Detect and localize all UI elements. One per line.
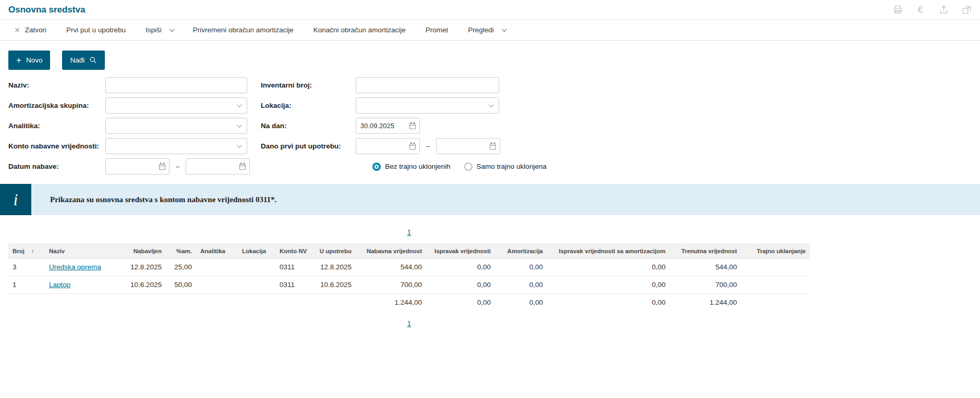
inventarni-broj-label: Inventarni broj: — [261, 81, 356, 89]
table-row: 3 Uredska oprema 12.8.2025 25,00 0311 12… — [8, 258, 810, 276]
column-header-amortizacija[interactable]: Amortizacija — [495, 244, 547, 258]
calendar-icon[interactable] — [490, 144, 496, 150]
cell-ispravak-vrijednosti: 0,00 — [426, 258, 495, 276]
plus-icon: + — [16, 56, 21, 65]
toolbar-close-label: Zatvori — [25, 26, 46, 34]
konto-nabavne-vrijednosti-label: Konto nabavne vrijednosti: — [8, 142, 105, 150]
range-dash: – — [176, 163, 179, 170]
calendar-icon[interactable] — [239, 164, 246, 170]
cell-u-upotrebu: 10.6.2025 — [313, 276, 356, 294]
cell-analitika — [196, 258, 238, 276]
column-header-nabavljen[interactable]: Nabavljen — [123, 244, 166, 258]
analitika-select[interactable] — [105, 118, 247, 134]
print-icon[interactable] — [892, 5, 903, 15]
open-window-icon[interactable] — [961, 5, 972, 15]
amortizacijska-skupina-label: Amortizacijska skupina: — [8, 102, 105, 109]
cell-u-upotrebu: 12.8.2025 — [313, 258, 356, 276]
cell-am: 25,00 — [166, 258, 196, 276]
toolbar-item-konacni-obracun[interactable]: Konačni obračun amortizacije — [304, 26, 416, 34]
chevron-down-icon — [237, 143, 242, 148]
column-header-konto-nv[interactable]: Konto NV — [275, 244, 313, 258]
page-link[interactable]: 1 — [407, 228, 412, 237]
chevron-down-icon — [502, 27, 507, 32]
nadi-button[interactable]: Nađi — [62, 51, 105, 70]
table-row: 1 Laptop 10.6.2025 50,00 0311 10.6.2025 … — [8, 276, 810, 294]
total-ispravak-vrijednosti: 0,00 — [426, 294, 495, 312]
column-header-nabavna-vrijednost[interactable]: Nabavna vrijednost — [356, 244, 426, 258]
pagination-top: 1 — [8, 228, 810, 237]
naziv-input[interactable] — [105, 77, 247, 93]
filter-form: Naziv: Inventarni broj: Amortizacijska s… — [8, 77, 810, 175]
cell-konto-nv: 0311 — [275, 258, 313, 276]
chevron-down-icon — [237, 122, 242, 128]
upload-icon[interactable] — [938, 5, 949, 15]
cell-lokacija — [238, 258, 275, 276]
info-icon: i — [0, 184, 31, 215]
cell-amortizacija: 0,00 — [495, 258, 547, 276]
search-icon — [89, 56, 97, 64]
main-content: + Novo Nađi Naziv: Inventarni broj: Amor… — [8, 51, 810, 175]
inventarni-broj-input[interactable] — [356, 77, 499, 93]
calendar-icon[interactable] — [409, 144, 416, 150]
chevron-down-icon — [237, 102, 242, 107]
pagination-bottom: 1 — [8, 319, 810, 328]
column-header-am[interactable]: %am. — [166, 244, 196, 258]
trajno-radio-group: Bez trajno uklonjenih Samo trajno uklonj… — [372, 163, 547, 171]
cell-trajno-uklanjanje — [741, 258, 810, 276]
cell-ispravak-sa-amortizacijom: 0,00 — [547, 258, 670, 276]
cell-konto-nv: 0311 — [275, 276, 313, 294]
info-text: Prikazana su osnovna sredstva s kontom n… — [31, 184, 276, 215]
cell-trenutna-vrijednost: 544,00 — [670, 258, 741, 276]
euro-icon[interactable]: € — [915, 5, 926, 15]
toolbar-item-pregledi[interactable]: Pregledi — [458, 26, 515, 34]
cell-am: 50,00 — [166, 276, 196, 294]
cell-ispravak-sa-amortizacijom: 0,00 — [547, 276, 670, 294]
datum-nabave-label: Datum nabave: — [8, 163, 105, 170]
toolbar-item-ispisi[interactable]: Ispiši — [136, 26, 183, 34]
toolbar-item-prvi-put-u-upotrebu[interactable]: Prvi put u upotrebu — [56, 26, 136, 34]
column-header-broj[interactable]: Broj↑ — [8, 244, 45, 258]
cell-broj: 3 — [8, 258, 45, 276]
konto-nabavne-vrijednosti-select[interactable] — [105, 138, 247, 154]
asset-link[interactable]: Laptop — [49, 281, 70, 289]
radio-samo-trajno-uklonjena[interactable]: Samo trajno uklonjena — [464, 163, 547, 171]
radio-unchecked-icon — [464, 163, 473, 171]
toolbar-item-promet[interactable]: Promet — [416, 26, 458, 34]
cell-broj: 1 — [8, 276, 45, 294]
radio-bez-trajno-uklonjenih[interactable]: Bez trajno uklonjenih — [372, 163, 450, 171]
novo-button[interactable]: + Novo — [8, 51, 50, 70]
cell-analitika — [196, 276, 238, 294]
lokacija-label: Lokacija: — [261, 102, 356, 109]
cell-nabavljen: 10.6.2025 — [123, 276, 166, 294]
dano-prvi-put-label: Dano prvi put upotrebu: — [261, 142, 356, 150]
cell-trenutna-vrijednost: 700,00 — [670, 276, 741, 294]
column-header-lokacija[interactable]: Lokacija — [238, 244, 275, 258]
column-header-trenutna-vrijednost[interactable]: Trenutna vrijednost — [670, 244, 741, 258]
toolbar-close-button[interactable]: ✕ Zatvori — [4, 26, 56, 34]
header-icons: € — [892, 5, 972, 15]
toolbar-item-privremeni-obracun[interactable]: Privremeni obračun amortizacije — [183, 26, 304, 34]
column-header-naziv[interactable]: Naziv — [45, 244, 123, 258]
column-header-u-upotrebu[interactable]: U upotrebu — [313, 244, 356, 258]
action-row: + Novo Nađi — [8, 51, 810, 70]
close-icon: ✕ — [14, 26, 20, 34]
cell-lokacija — [238, 276, 275, 294]
cell-nabavljen: 12.8.2025 — [123, 258, 166, 276]
asset-link[interactable]: Uredska oprema — [49, 263, 101, 271]
column-header-ispravak-vrijednosti[interactable]: Ispravak vrijednosti — [426, 244, 495, 258]
chevron-down-icon — [170, 27, 175, 32]
calendar-icon[interactable] — [159, 164, 165, 170]
cell-trajno-uklanjanje — [741, 276, 810, 294]
calendar-icon[interactable] — [409, 123, 416, 129]
cell-amortizacija: 0,00 — [495, 276, 547, 294]
sort-asc-icon: ↑ — [31, 248, 34, 254]
column-header-ispravak-sa-amortizacijom[interactable]: Ispravak vrijednosti sa amortizacijom — [547, 244, 670, 258]
column-header-trajno-uklanjanje[interactable]: Trajno uklanjanje — [741, 244, 810, 258]
totals-row: 1.244,00 0,00 0,00 0,00 1.244,00 — [8, 294, 810, 312]
column-header-analitika[interactable]: Analitika — [196, 244, 238, 258]
amortizacijska-skupina-select[interactable] — [105, 97, 247, 114]
page-link[interactable]: 1 — [407, 319, 412, 328]
lokacija-select[interactable] — [356, 97, 499, 114]
analitika-label: Analitika: — [8, 122, 105, 130]
info-banner: i Prikazana su osnovna sredstva s kontom… — [0, 184, 980, 215]
